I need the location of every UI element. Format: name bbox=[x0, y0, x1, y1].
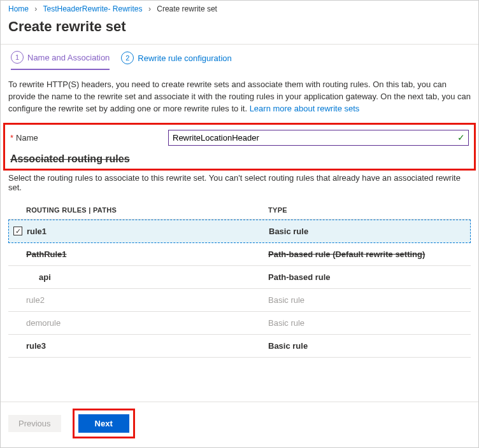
breadcrumb-home[interactable]: Home bbox=[8, 4, 29, 13]
associated-rules-heading: Associated routing rules bbox=[9, 148, 470, 165]
chevron-right-icon: › bbox=[34, 4, 37, 13]
highlight-name-section: *Name ✓ Associated routing rules bbox=[3, 123, 476, 171]
previous-button[interactable]: Previous bbox=[8, 415, 61, 432]
row-name: rule2 bbox=[26, 295, 268, 305]
step-label: Name and Association bbox=[27, 53, 110, 62]
row-name: api bbox=[26, 272, 268, 282]
footer: Previous Next bbox=[1, 402, 478, 447]
row-type: Path-based rule bbox=[268, 272, 471, 282]
chevron-right-icon: › bbox=[148, 4, 151, 13]
table-row: rule2Basic rule bbox=[8, 289, 471, 312]
page-title: Create rewrite set bbox=[1, 16, 478, 44]
table-row[interactable]: PathRule1Path-based rule (Default rewrit… bbox=[8, 243, 471, 266]
step-number-icon: 2 bbox=[121, 52, 134, 64]
row-name: rule3 bbox=[26, 341, 268, 351]
tab-name-association[interactable]: 1 Name and Association bbox=[11, 51, 110, 70]
step-number-icon: 1 bbox=[11, 51, 24, 64]
step-label: Rewrite rule configuration bbox=[138, 53, 231, 63]
row-type: Basic rule bbox=[268, 318, 471, 328]
breadcrumb-resource[interactable]: TestHeaderRewrite- Rewrites bbox=[43, 4, 142, 13]
breadcrumb-current: Create rewrite set bbox=[157, 4, 217, 13]
next-button[interactable]: Next bbox=[78, 414, 129, 433]
name-label: *Name bbox=[10, 133, 168, 143]
table-row[interactable]: apiPath-based rule bbox=[8, 266, 471, 289]
column-header-type: TYPE bbox=[268, 206, 471, 214]
checkbox-icon[interactable]: ✓ bbox=[13, 227, 22, 235]
column-header-name: ROUTING RULES | PATHS bbox=[26, 206, 268, 214]
table-row[interactable]: ✓rule1Basic rule bbox=[8, 220, 471, 243]
learn-more-link[interactable]: Learn more about rewrite sets bbox=[250, 104, 360, 113]
table-row: demoruleBasic rule bbox=[8, 312, 471, 335]
name-input[interactable] bbox=[168, 130, 469, 146]
routing-rules-table: ROUTING RULES | PATHS TYPE ✓rule1Basic r… bbox=[1, 201, 478, 358]
table-row[interactable]: rule3Basic rule bbox=[8, 335, 471, 358]
tab-rewrite-rule-config[interactable]: 2 Rewrite rule configuration bbox=[121, 52, 231, 69]
row-checkbox-cell: ✓ bbox=[9, 227, 27, 235]
description-text: To rewrite HTTP(S) headers, you need to … bbox=[1, 74, 478, 123]
row-type: Basic rule bbox=[269, 227, 470, 236]
associated-rules-desc: Select the routing rules to associate to… bbox=[1, 171, 478, 201]
row-type: Path-based rule (Default rewrite setting… bbox=[268, 249, 471, 259]
row-name: demorule bbox=[26, 318, 268, 328]
step-tabs: 1 Name and Association 2 Rewrite rule co… bbox=[1, 45, 478, 74]
breadcrumb: Home › TestHeaderRewrite- Rewrites › Cre… bbox=[1, 1, 478, 16]
row-name: rule1 bbox=[27, 227, 269, 236]
highlight-next: Next bbox=[73, 409, 135, 438]
row-name: PathRule1 bbox=[26, 249, 268, 259]
required-asterisk-icon: * bbox=[10, 133, 13, 143]
row-type: Basic rule bbox=[268, 295, 471, 305]
row-type: Basic rule bbox=[268, 341, 471, 351]
